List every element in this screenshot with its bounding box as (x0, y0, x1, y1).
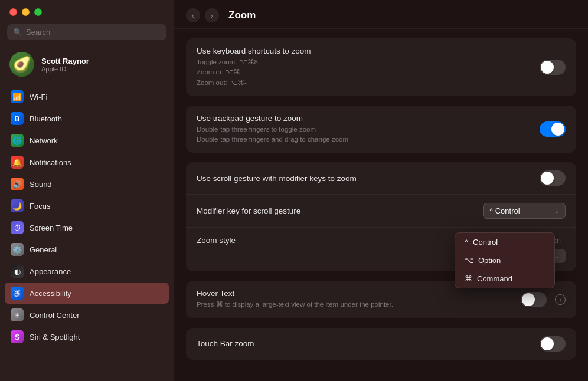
forward-button[interactable]: › (205, 8, 219, 22)
sidebar-label-appearance: Appearance (30, 267, 71, 276)
trackpad-label: Use trackpad gesture to zoom (197, 114, 540, 123)
sidebar-label-sound: Sound (30, 180, 52, 189)
sidebar-item-wifi[interactable]: 📶 Wi-Fi (5, 86, 169, 107)
touchbar-toggle[interactable] (540, 336, 566, 352)
scroll-content: Use scroll gesture with modifier keys to… (197, 174, 540, 183)
user-name: Scott Raynor (41, 57, 89, 65)
sidebar-label-accessibility: Accessibility (30, 289, 71, 298)
sidebar-label-notifications: Notifications (30, 158, 71, 167)
sidebar-item-screentime[interactable]: ⏱ Screen Time (5, 217, 169, 238)
siri-icon: S (11, 330, 24, 343)
control-symbol: ^ (465, 238, 468, 247)
dropdown-item-option[interactable]: ⌥ Option (455, 251, 554, 270)
section-trackpad-gesture: Use trackpad gesture to zoom Double-tap … (186, 106, 576, 153)
modifier-key-dropdown[interactable]: ^ Control ⌄ (483, 203, 566, 219)
hover-text-label: Hover Text (197, 289, 521, 298)
sidebar: 🔍 Search 🥑 Scott Raynor Apple ID 📶 Wi-Fi… (0, 0, 174, 381)
hover-text-controls: i (521, 292, 566, 307)
sidebar-label-siri: Siri & Spotlight (30, 333, 80, 341)
focus-icon: 🌙 (11, 199, 24, 212)
accessibility-icon: ♿ (11, 287, 24, 300)
sidebar-label-bluetooth: Bluetooth (30, 114, 62, 123)
command-symbol: ⌘ (465, 274, 472, 283)
section-touchbar-zoom: Touch Bar zoom (186, 328, 576, 360)
keyboard-shortcuts-label: Use keyboard shortcuts to zoom (197, 47, 540, 55)
command-label: Command (477, 274, 512, 283)
setting-row-touchbar-zoom: Touch Bar zoom (186, 328, 576, 360)
section-keyboard-shortcuts: Use keyboard shortcuts to zoom Toggle zo… (186, 38, 576, 96)
sidebar-item-notifications[interactable]: 🔔 Notifications (5, 152, 169, 173)
sidebar-item-network[interactable]: 🌐 Network (5, 130, 169, 151)
fullscreen-button[interactable] (34, 8, 42, 16)
scroll-toggle[interactable] (540, 170, 566, 186)
sidebar-item-siri[interactable]: S Siri & Spotlight (5, 326, 169, 347)
bluetooth-icon: B (11, 112, 24, 125)
sidebar-item-accessibility[interactable]: ♿ Accessibility (5, 283, 169, 304)
search-placeholder: Search (26, 28, 50, 37)
sidebar-item-controlcenter[interactable]: ⊞ Control Center (5, 304, 169, 326)
keyboard-shortcuts-toggle[interactable] (540, 60, 566, 75)
toggle-knob (551, 123, 564, 136)
general-icon: ⚙️ (11, 243, 24, 256)
trackpad-content: Use trackpad gesture to zoom Double-tap … (197, 114, 540, 145)
avatar: 🥑 (9, 52, 34, 77)
main-content: ‹ › Zoom Use keyboard shortcuts to zoom … (174, 0, 588, 381)
back-button[interactable]: ‹ (186, 8, 200, 22)
sidebar-label-general: General (30, 245, 57, 254)
keyboard-shortcuts-content: Use keyboard shortcuts to zoom Toggle zo… (197, 47, 540, 88)
appearance-icon: ◐ (11, 265, 24, 278)
search-icon: 🔍 (13, 28, 22, 37)
sidebar-label-wifi: Wi-Fi (30, 93, 47, 101)
wifi-icon: 📶 (11, 90, 24, 103)
touchbar-label: Touch Bar zoom (197, 339, 540, 348)
hover-text-desc: Press ⌘ to display a large-text view of … (197, 300, 521, 310)
option-label: Option (478, 256, 501, 265)
section-scroll-gesture: Use scroll gesture with modifier keys to… (186, 162, 576, 271)
dropdown-item-command[interactable]: ⌘ Command (455, 270, 554, 288)
content-area: Use keyboard shortcuts to zoom Toggle zo… (174, 29, 588, 381)
sidebar-label-screentime: Screen Time (30, 224, 73, 232)
sound-icon: 🔊 (11, 178, 24, 190)
setting-row-trackpad: Use trackpad gesture to zoom Double-tap … (186, 106, 576, 153)
sidebar-label-controlcenter: Control Center (30, 311, 80, 320)
zoom-style-label: Zoom style (197, 236, 236, 245)
sidebar-label-network: Network (30, 136, 58, 145)
trackpad-desc: Double-tap three fingers to toggle zoomD… (197, 124, 540, 145)
user-info: Scott Raynor Apple ID (41, 57, 89, 73)
network-icon: 🌐 (11, 134, 24, 147)
sidebar-item-general[interactable]: ⚙️ General (5, 239, 169, 260)
control-label: Control (473, 238, 498, 247)
search-box[interactable]: 🔍 Search (7, 24, 166, 40)
minimize-button[interactable] (22, 8, 30, 16)
page-title: Zoom (228, 9, 256, 21)
toggle-knob (541, 61, 554, 74)
dropdown-item-control[interactable]: ^ Control (455, 233, 554, 251)
controlcenter-icon: ⊞ (11, 308, 24, 321)
sidebar-item-sound[interactable]: 🔊 Sound (5, 173, 169, 195)
sidebar-label-focus: Focus (30, 202, 50, 211)
screentime-icon: ⏱ (11, 221, 24, 234)
notifications-icon: 🔔 (11, 156, 24, 169)
setting-row-keyboard-shortcuts: Use keyboard shortcuts to zoom Toggle zo… (186, 38, 576, 96)
touchbar-content: Touch Bar zoom (197, 339, 540, 348)
setting-row-scroll: Use scroll gesture with modifier keys to… (186, 162, 576, 195)
traffic-lights (0, 0, 174, 22)
user-profile[interactable]: 🥑 Scott Raynor Apple ID (0, 47, 174, 84)
hover-text-info-icon[interactable]: i (555, 294, 566, 305)
trackpad-toggle[interactable] (540, 121, 566, 137)
modifier-key-row: Modifier key for scroll gesture ^ Contro… (186, 195, 576, 228)
chevron-down-icon: ⌄ (554, 208, 559, 214)
keyboard-shortcuts-desc: Toggle zoom: ⌥⌘8Zoom in: ⌥⌘=Zoom out: ⌥⌘… (197, 57, 540, 88)
sidebar-item-focus[interactable]: 🌙 Focus (5, 195, 169, 216)
sidebar-item-appearance[interactable]: ◐ Appearance (5, 261, 169, 282)
toggle-knob (541, 172, 554, 185)
hover-text-toggle[interactable] (521, 292, 547, 307)
toggle-knob (541, 337, 554, 350)
close-button[interactable] (9, 8, 17, 16)
hover-text-content: Hover Text Press ⌘ to display a large-te… (197, 289, 521, 310)
sidebar-item-bluetooth[interactable]: B Bluetooth (5, 108, 169, 129)
modifier-key-menu: ^ Control ⌥ Option ⌘ Command (455, 232, 555, 288)
scroll-label: Use scroll gesture with modifier keys to… (197, 174, 540, 183)
modifier-key-label: Modifier key for scroll gesture (197, 206, 300, 215)
option-symbol: ⌥ (465, 256, 473, 265)
